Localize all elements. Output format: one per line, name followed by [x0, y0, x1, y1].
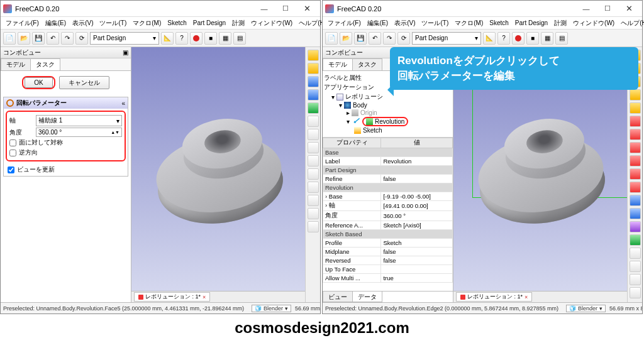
macro-edit-icon[interactable]: ▤	[555, 32, 568, 45]
linear-pattern-icon[interactable]	[630, 261, 641, 272]
revolution-icon[interactable]	[308, 63, 319, 74]
tree-body[interactable]: ▾Body	[324, 102, 452, 109]
close-button[interactable]: ✕	[296, 1, 318, 16]
fillet-icon[interactable]	[630, 195, 641, 206]
mirror-checkbox[interactable]	[9, 139, 16, 146]
chamfer-icon[interactable]	[630, 208, 641, 219]
subloft-icon[interactable]	[308, 142, 319, 153]
macro-stop-icon[interactable]: ■	[526, 32, 539, 45]
groove-icon[interactable]	[630, 142, 641, 153]
expand-icon[interactable]: ▾	[347, 118, 350, 125]
menu-file[interactable]: ファイル(F)	[3, 19, 42, 28]
angle-spinbox[interactable]: 360.00 °▲▼	[36, 128, 122, 137]
pad-icon[interactable]	[308, 50, 319, 61]
maximize-button[interactable]: ☐	[597, 1, 618, 16]
menu-file[interactable]: ファイル(F)	[325, 19, 364, 28]
prop-profile-value[interactable]: Sketch	[381, 239, 453, 248]
menu-edit[interactable]: 編集(E)	[43, 19, 69, 28]
macro-record-icon[interactable]	[512, 32, 525, 45]
polar-pattern-icon[interactable]	[630, 274, 641, 285]
fillet-icon[interactable]	[308, 182, 319, 193]
macro-record-icon[interactable]	[190, 32, 203, 45]
pocket-icon[interactable]	[630, 116, 641, 127]
prop-refine-value[interactable]: false	[381, 175, 453, 183]
tree-revolution[interactable]: Revolution	[375, 118, 404, 125]
groove-icon[interactable]	[308, 129, 319, 140]
whatsthis-icon[interactable]: ?	[175, 32, 188, 45]
redo-icon[interactable]: ↷	[61, 32, 74, 45]
collapse-icon[interactable]: «	[121, 100, 125, 107]
tree-sketch[interactable]: Sketch	[324, 127, 452, 134]
nav-style-selector[interactable]: 🧊 Blender ▾	[252, 305, 291, 312]
menu-partdesign[interactable]: Part Design	[191, 19, 228, 26]
sub-loft-icon[interactable]	[630, 155, 641, 166]
open-file-icon[interactable]: 📂	[18, 32, 30, 45]
draft-icon[interactable]	[630, 221, 641, 232]
menu-measure[interactable]: 計測	[230, 19, 247, 28]
save-file-icon[interactable]: 💾	[32, 32, 45, 45]
expand-icon[interactable]: ▸	[347, 109, 350, 116]
thickness-icon[interactable]	[308, 221, 319, 232]
refresh-icon[interactable]: ⟳	[75, 32, 88, 45]
additive-helix-icon[interactable]	[630, 102, 641, 114]
workbench-selector[interactable]: Part Design▾	[90, 32, 159, 45]
menu-view[interactable]: 表示(V)	[70, 19, 96, 28]
macro-edit-icon[interactable]: ▤	[233, 32, 246, 45]
close-button[interactable]: ✕	[618, 1, 640, 16]
new-file-icon[interactable]: 📄	[325, 32, 338, 45]
tab-task[interactable]: タスク	[352, 58, 382, 70]
tab-task[interactable]: タスク	[30, 58, 60, 70]
nav-style-selector[interactable]: 🧊 Blender ▾	[566, 305, 606, 312]
thickness-icon[interactable]	[630, 234, 641, 246]
menu-sketch[interactable]: Sketch	[487, 19, 511, 26]
3d-viewport[interactable]: レボリューション : 1*×	[131, 47, 305, 302]
sub-helix-icon[interactable]	[630, 182, 641, 193]
helix-icon[interactable]	[308, 168, 319, 180]
tab-view[interactable]: ビュー	[323, 292, 353, 302]
additive-sweep-icon[interactable]	[630, 89, 641, 101]
save-file-icon[interactable]: 💾	[354, 32, 367, 45]
prop-reversed-value[interactable]: false	[381, 256, 453, 265]
mirror-icon[interactable]	[630, 248, 641, 259]
menu-macro[interactable]: マクロ(M)	[130, 19, 164, 28]
tree-origin[interactable]: ▸Origin	[324, 109, 452, 117]
menu-measure[interactable]: 計測	[552, 19, 569, 28]
draft-icon[interactable]	[308, 208, 319, 219]
open-file-icon[interactable]: 📂	[340, 32, 352, 45]
prop-axis-value[interactable]: [49.41 0.00 0.00]	[381, 201, 453, 211]
tab-data[interactable]: データ	[352, 292, 382, 302]
close-tab-icon[interactable]: ×	[203, 294, 206, 300]
menu-tools[interactable]: ツール(T)	[419, 19, 451, 28]
measure-icon[interactable]: 📐	[483, 32, 496, 45]
hole-icon[interactable]	[308, 116, 319, 127]
prop-uptoface-value[interactable]	[381, 265, 453, 274]
prop-base-value[interactable]: [-9.19 -0.00 -5.00]	[381, 192, 453, 201]
pocket-icon[interactable]	[308, 102, 319, 114]
chamfer-icon[interactable]	[308, 195, 319, 206]
menu-window[interactable]: ウィンドウ(W)	[248, 19, 295, 28]
macro-play-icon[interactable]: ▦	[219, 32, 231, 45]
prop-midplane-value[interactable]: false	[381, 248, 453, 256]
menu-sketch[interactable]: Sketch	[165, 19, 189, 26]
prop-allowmulti-value[interactable]: true	[381, 274, 453, 283]
prop-angle-value[interactable]: 360.00 °	[381, 211, 453, 221]
expand-icon[interactable]: ▾	[331, 94, 335, 101]
minimize-button[interactable]: —	[253, 1, 275, 16]
cancel-button[interactable]: キャンセル	[59, 76, 109, 89]
whatsthis-icon[interactable]: ?	[497, 32, 510, 45]
subsweep-icon[interactable]	[308, 155, 319, 166]
parameters-header[interactable]: 回転パラメーター «	[4, 97, 128, 109]
menu-tools[interactable]: ツール(T)	[97, 19, 129, 28]
axis-combobox[interactable]: 補助線 1▾	[36, 115, 122, 126]
workbench-selector[interactable]: Part Design▾	[412, 32, 481, 45]
refresh-icon[interactable]: ⟳	[397, 32, 410, 45]
menu-macro[interactable]: マクロ(M)	[452, 19, 486, 28]
undo-icon[interactable]: ↶	[47, 32, 59, 45]
menu-help[interactable]: ヘルプ(H)	[618, 19, 644, 28]
multi-transform-icon[interactable]	[630, 287, 641, 298]
hole-icon[interactable]	[630, 129, 641, 140]
expand-icon[interactable]: ▾	[339, 102, 342, 109]
undo-icon[interactable]: ↶	[369, 32, 381, 45]
loft-icon[interactable]	[308, 76, 319, 87]
tab-model[interactable]: モデル	[323, 58, 353, 70]
